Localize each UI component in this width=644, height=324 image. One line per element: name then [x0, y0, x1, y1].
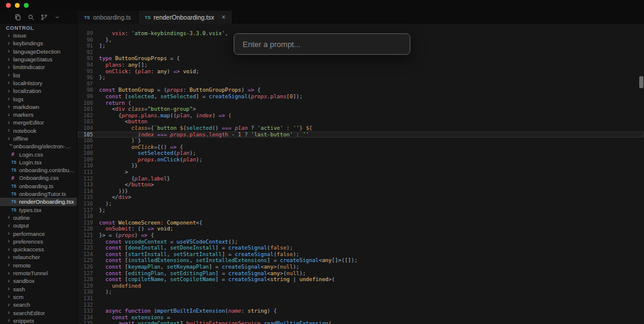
tree-file-onboarding-ts[interactable]: TSonboarding.ts — [0, 182, 77, 190]
line-number[interactable]: 114 — [78, 188, 93, 195]
code-line-134[interactable]: 134 const extensions = — [78, 314, 644, 321]
code-line-128[interactable]: 128 const [copilotName, setCopilotName] … — [78, 276, 644, 283]
code-line-118[interactable]: 118 — [78, 213, 644, 220]
tree-folder-limitindicator[interactable]: ›limitIndicator — [0, 63, 77, 71]
line-number[interactable]: 108 — [78, 150, 93, 157]
tree-folder-offline[interactable]: ›offline — [0, 135, 77, 142]
line-number[interactable]: 96 — [78, 74, 93, 81]
line-number[interactable]: 105 — [78, 132, 93, 138]
code-line-135[interactable]: 135 await vscodeContext?.builtinExtensio… — [78, 320, 644, 324]
line-number[interactable]: 130 — [78, 289, 93, 295]
tree-folder-search[interactable]: ›search — [0, 301, 77, 309]
line-number[interactable]: 119 — [78, 220, 93, 226]
scrollbar-thumb[interactable] — [639, 76, 643, 88]
line-number[interactable]: 93 — [78, 55, 93, 62]
tab-close-icon[interactable]: × — [221, 14, 225, 21]
line-number[interactable]: 125 — [78, 257, 93, 264]
tab-onboarding-ts[interactable]: TSonboarding.ts — [78, 11, 138, 24]
code-line-103[interactable]: 103 <button — [78, 119, 644, 125]
close-button[interactable] — [6, 3, 11, 8]
tree-folder-onboarding-electron[interactable]: ›onboarding/electron-… — [0, 142, 77, 150]
line-number[interactable]: 112 — [78, 176, 93, 182]
line-number[interactable]: 99 — [78, 94, 93, 100]
line-number[interactable]: 109 — [78, 157, 93, 163]
editor-pane[interactable]: 89 vsix: 'atom-keybindings-3.3.0.vsix',9… — [78, 24, 644, 324]
tree-folder-preferences[interactable]: ›preferences — [0, 238, 77, 245]
line-number[interactable]: 113 — [78, 182, 93, 188]
tree-folder-scm[interactable]: ›scm — [0, 293, 77, 301]
line-number[interactable]: 103 — [78, 119, 93, 125]
code-line-101[interactable]: 101 <div class="button-group"> — [78, 106, 644, 113]
line-number[interactable]: 133 — [78, 308, 93, 314]
line-number[interactable]: 104 — [78, 125, 93, 132]
line-number[interactable]: 131 — [78, 295, 93, 302]
code-line-132[interactable]: 132 — [78, 302, 644, 309]
tree-file-onboardingtutor-ts[interactable]: TSonboardingTutor.ts — [0, 190, 77, 198]
line-number[interactable]: 91 — [78, 43, 93, 49]
tree-file-renderonboarding-tsx[interactable]: TSrenderOnboarding.tsx — [0, 198, 77, 205]
code-line-93[interactable]: 93type ButtonGroupProps = { — [78, 55, 644, 62]
code-line-104[interactable]: 104 class={`button ${selected() === plan… — [78, 125, 644, 132]
code-line-105[interactable]: 105 index === props.plans.length - 1 ? '… — [78, 132, 644, 138]
line-number[interactable]: 97 — [78, 81, 93, 88]
code-line-119[interactable]: 119const WelcomeScreen: Component<{ — [78, 220, 644, 226]
code-line-108[interactable]: 108 setSelected(plan); — [78, 150, 644, 157]
tree-folder-notebook[interactable]: ›notebook — [0, 127, 77, 135]
code-line-116[interactable]: 116 ); — [78, 201, 644, 207]
tree-folder-languagestatus[interactable]: ›languageStatus — [0, 55, 77, 63]
code-line-112[interactable]: 112 {plan.label} — [78, 176, 644, 182]
tree-folder-markers[interactable]: ›markers — [0, 111, 77, 119]
code-line-99[interactable]: 99 const [selected, setSelected] = creat… — [78, 94, 644, 100]
tree-folder-searcheditor[interactable]: ›searchEditor — [0, 309, 77, 316]
line-number[interactable]: 135 — [78, 320, 93, 324]
code-line-131[interactable]: 131 — [78, 295, 644, 302]
tree-folder-logs[interactable]: ›logs — [0, 95, 77, 102]
code-line-109[interactable]: 109 props.onClick(plan); — [78, 157, 644, 163]
tree-folder-issue[interactable]: ›issue — [0, 32, 77, 39]
tree-file-onboarding-contribu[interactable]: TSonboarding.contribu… — [0, 166, 77, 174]
tree-folder-markdown[interactable]: ›markdown — [0, 103, 77, 111]
tree-folder-mergeeditor[interactable]: ›mergeEditor — [0, 119, 77, 126]
tree-file-types-tsx[interactable]: TStypes.tsx — [0, 206, 77, 214]
line-number[interactable]: 94 — [78, 62, 93, 68]
line-number[interactable]: 134 — [78, 314, 93, 321]
line-number[interactable]: 89 — [78, 30, 93, 37]
line-number[interactable]: 106 — [78, 138, 93, 144]
line-number[interactable]: 111 — [78, 169, 93, 176]
files-icon[interactable] — [12, 12, 23, 23]
line-number[interactable]: 98 — [78, 87, 93, 94]
tree-folder-snippets[interactable]: ›snippets — [0, 317, 77, 324]
line-number[interactable]: 121 — [78, 232, 93, 239]
code-line-98[interactable]: 98const ButtonGroup = (props: ButtonGrou… — [78, 87, 644, 94]
code-line-123[interactable]: 123 const [doneInstall, setDoneInstall] … — [78, 245, 644, 251]
tree-file-login-tsx[interactable]: TSLogin.tsx — [0, 158, 77, 166]
line-number[interactable]: 116 — [78, 201, 93, 207]
code-line-130[interactable]: 130 ); — [78, 289, 644, 295]
tree-folder-keybindings[interactable]: ›keybindings — [0, 39, 77, 47]
code-line-107[interactable]: 107 onClick={() => { — [78, 144, 644, 151]
line-number[interactable]: 90 — [78, 37, 93, 43]
line-number[interactable]: 129 — [78, 283, 93, 289]
zoom-button[interactable] — [24, 3, 29, 8]
code-line-102[interactable]: 102 {props.plans.map((plan, index) => ( — [78, 113, 644, 119]
minimize-button[interactable] — [15, 3, 20, 8]
line-number[interactable]: 118 — [78, 213, 93, 220]
tab-renderonboarding-tsx[interactable]: TSrenderOnboarding.tsx× — [138, 11, 233, 24]
line-number[interactable]: 95 — [78, 68, 93, 75]
line-number[interactable]: 124 — [78, 251, 93, 258]
search-icon[interactable] — [25, 12, 36, 23]
code-line-100[interactable]: 100 return ( — [78, 100, 644, 107]
line-number[interactable]: 117 — [78, 207, 93, 214]
line-number[interactable]: 115 — [78, 194, 93, 201]
tree-folder-quickaccess[interactable]: ›quickaccess — [0, 245, 77, 253]
line-number[interactable]: 126 — [78, 264, 93, 270]
tree-folder-outline[interactable]: ›outline — [0, 214, 77, 222]
line-number[interactable]: 92 — [78, 49, 93, 56]
code-line-111[interactable]: 111 > — [78, 169, 644, 176]
line-number[interactable]: 100 — [78, 100, 93, 107]
tree-folder-performance[interactable]: ›performance — [0, 229, 77, 237]
line-number[interactable]: 120 — [78, 226, 93, 232]
chevron-down-icon[interactable] — [51, 12, 63, 23]
code-line-133[interactable]: 133 async function importBuiltInExtensio… — [78, 308, 644, 314]
code-line-121[interactable]: 121}> = (props) => { — [78, 232, 644, 239]
